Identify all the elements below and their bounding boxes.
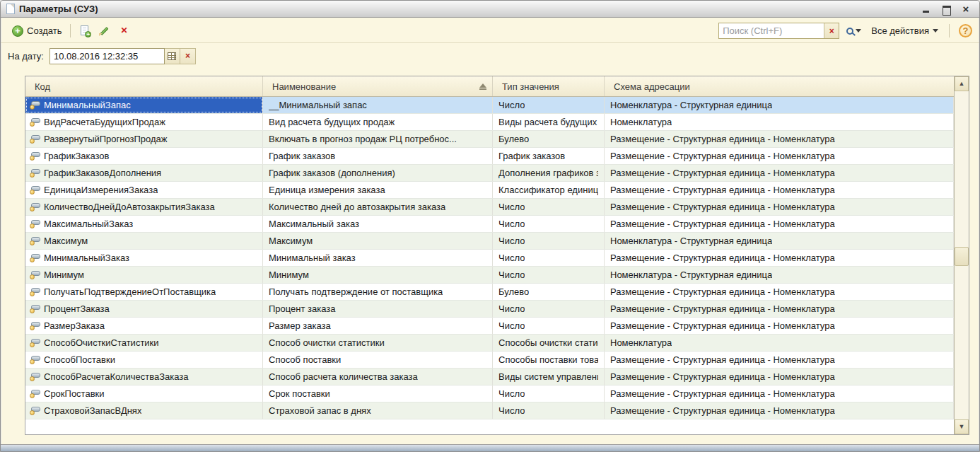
cell-scheme[interactable]: Размещение - Структурная единица - Номен… [605, 352, 954, 368]
search-settings-button[interactable] [843, 25, 865, 37]
cell-type[interactable]: Число [493, 216, 605, 232]
table-row[interactable]: ГрафикЗаказовГрафик заказовГрафик заказо… [25, 148, 954, 165]
cell-name[interactable]: Способ поставки [263, 352, 493, 368]
maximize-icon[interactable] [941, 5, 951, 13]
cell-name[interactable]: Страховой запас в днях [263, 402, 493, 419]
cell-scheme[interactable]: Размещение - Структурная единица - Номен… [605, 182, 954, 198]
cell-name[interactable]: __Минимальный запас [263, 97, 493, 113]
scrollbar-track[interactable] [955, 91, 969, 419]
cell-code[interactable]: СпособРасчетаКоличестваЗаказа [25, 369, 263, 385]
cell-name[interactable]: Количество дней до автозакрытия заказа [263, 199, 493, 215]
cell-name[interactable]: Способ расчета количества заказа [263, 369, 493, 385]
cell-name[interactable]: График заказов (дополнения) [263, 165, 493, 181]
table-row[interactable]: ПроцентЗаказаПроцент заказаЧислоРазмещен… [25, 301, 954, 318]
cell-code[interactable]: ЕдиницаИзмеренияЗаказа [25, 182, 263, 198]
cell-scheme[interactable]: Размещение - Структурная единица - Номен… [605, 148, 954, 164]
cell-scheme[interactable]: Размещение - Структурная единица - Номен… [605, 165, 954, 181]
column-header-type[interactable]: Тип значения [493, 76, 605, 96]
table-row[interactable]: СпособОчисткиСтатистикиСпособ очистки ст… [25, 335, 954, 352]
table-row[interactable]: СтраховойЗапасВДняхСтраховой запас в дня… [25, 402, 954, 419]
cell-code[interactable]: ГрафикЗаказов [25, 148, 263, 164]
cell-scheme[interactable]: Номенклатура - Структурная единица [605, 97, 954, 113]
scroll-up-button[interactable]: ▲ [955, 76, 969, 91]
cell-code[interactable]: СпособОчисткиСтатистики [25, 335, 263, 351]
cell-type[interactable]: Число [493, 301, 605, 317]
cell-code[interactable]: МаксимальныйЗаказ [25, 216, 263, 232]
cell-type[interactable]: Дополнения графиков за... [493, 165, 605, 181]
cell-name[interactable]: Размер заказа [263, 318, 493, 334]
cell-scheme[interactable]: Размещение - Структурная единица - Номен… [605, 131, 954, 147]
cell-code[interactable]: МинимальныйЗапас [25, 97, 263, 113]
cell-type[interactable]: Число [493, 386, 605, 402]
cell-scheme[interactable]: Номенклатура - Структурная единица [605, 267, 954, 283]
cell-name[interactable]: Процент заказа [263, 301, 493, 317]
table-row[interactable]: МаксимальныйЗаказМаксимальный заказЧисло… [25, 216, 954, 233]
cell-name[interactable]: Минимум [263, 267, 493, 283]
cell-type[interactable]: Число [493, 97, 605, 113]
cell-code[interactable]: ВидРасчетаБудущихПродаж [25, 114, 263, 130]
calendar-button[interactable] [165, 48, 180, 64]
table-row[interactable]: РазвернутыйПрогнозПродажВключать в прогн… [25, 131, 954, 148]
table-row[interactable]: РазмерЗаказаРазмер заказаЧислоРазмещение… [25, 318, 954, 335]
cell-name[interactable]: Единица измерения заказа [263, 182, 493, 198]
search-input[interactable] [719, 23, 824, 38]
table-row[interactable]: ГрафикЗаказовДополненияГрафик заказов (д… [25, 165, 954, 182]
table-row[interactable]: МаксимумМаксимумЧислоНоменклатура - Стру… [25, 233, 954, 250]
cell-type[interactable]: Булево [493, 131, 605, 147]
cell-scheme[interactable]: Номенклатура - Структурная единица [605, 233, 954, 249]
cell-name[interactable]: Получать подтверждение от поставщика [263, 284, 493, 300]
cell-name[interactable]: Срок поставки [263, 386, 493, 402]
cell-name[interactable]: Способ очистки статистики [263, 335, 493, 351]
table-row[interactable]: ЕдиницаИзмеренияЗаказаЕдиница измерения … [25, 182, 954, 199]
help-button[interactable]: ? [959, 24, 972, 37]
table-row[interactable]: СрокПоставкиСрок поставкиЧислоРазмещение… [25, 386, 954, 402]
cell-code[interactable]: Максимум [25, 233, 263, 249]
cell-code[interactable]: СрокПоставки [25, 386, 263, 402]
cell-type[interactable]: Число [493, 250, 605, 266]
minimize-icon[interactable] [921, 5, 931, 13]
cell-name[interactable]: Максимальный заказ [263, 216, 493, 232]
cell-code[interactable]: РазмерЗаказа [25, 318, 263, 334]
all-actions-button[interactable]: Все действия [868, 23, 941, 38]
cell-type[interactable]: Число [493, 402, 605, 419]
cell-scheme[interactable]: Размещение - Структурная единица - Номен… [605, 199, 954, 215]
cell-scheme[interactable]: Размещение - Структурная единица - Номен… [605, 284, 954, 300]
vertical-scrollbar[interactable]: ▲ ▼ [954, 76, 969, 434]
scrollbar-thumb[interactable] [955, 247, 969, 266]
cell-name[interactable]: График заказов [263, 148, 493, 164]
cell-type[interactable]: Число [493, 233, 605, 249]
cell-type[interactable]: Способы поставки товара [493, 352, 605, 368]
cell-scheme[interactable]: Номенклатура [605, 114, 954, 130]
search-clear-button[interactable]: × [824, 23, 839, 38]
date-clear-button[interactable]: × [180, 48, 196, 64]
table-row[interactable]: СпособРасчетаКоличестваЗаказаСпособ расч… [25, 369, 954, 386]
cell-type[interactable]: Булево [493, 284, 605, 300]
copy-button[interactable]: + [75, 23, 95, 40]
cell-type[interactable]: График заказов [493, 148, 605, 164]
cell-type[interactable]: Число [493, 199, 605, 215]
title-bar[interactable]: Параметры (СУЗ) × [1, 1, 979, 18]
cell-name[interactable]: Максимум [263, 233, 493, 249]
table-row[interactable]: ПолучатьПодтверждениеОтПоставщикаПолучат… [25, 284, 954, 301]
cell-name[interactable]: Вид расчета будущих продаж [263, 114, 493, 130]
cell-code[interactable]: СпособПоставки [25, 352, 263, 368]
table-row[interactable]: МинимальныйЗапас__Минимальный запасЧисло… [25, 97, 954, 114]
delete-button[interactable]: ✕ [115, 23, 134, 40]
table-row[interactable]: СпособПоставкиСпособ поставкиСпособы пос… [25, 352, 954, 369]
cell-type[interactable]: Виды систем управления ... [493, 369, 605, 385]
cell-scheme[interactable]: Размещение - Структурная единица - Номен… [605, 369, 954, 385]
cell-code[interactable]: СтраховойЗапасВДнях [25, 402, 263, 419]
table-row[interactable]: ВидРасчетаБудущихПродажВид расчета будущ… [25, 114, 954, 131]
cell-code[interactable]: Минимум [25, 267, 263, 283]
close-icon[interactable]: × [961, 5, 971, 13]
cell-scheme[interactable]: Размещение - Структурная единица - Номен… [605, 318, 954, 334]
scroll-down-button[interactable]: ▼ [955, 419, 969, 434]
column-header-name[interactable]: Наименование [263, 76, 493, 96]
date-input[interactable] [49, 48, 165, 64]
edit-button[interactable] [95, 23, 115, 40]
cell-scheme[interactable]: Размещение - Структурная единица - Номен… [605, 402, 954, 419]
table-row[interactable]: МинимумМинимумЧислоНоменклатура - Структ… [25, 267, 954, 284]
cell-type[interactable]: Число [493, 318, 605, 334]
table-row[interactable]: КоличествоДнейДоАвтозакрытияЗаказаКоличе… [25, 199, 954, 216]
cell-code[interactable]: ПолучатьПодтверждениеОтПоставщика [25, 284, 263, 300]
